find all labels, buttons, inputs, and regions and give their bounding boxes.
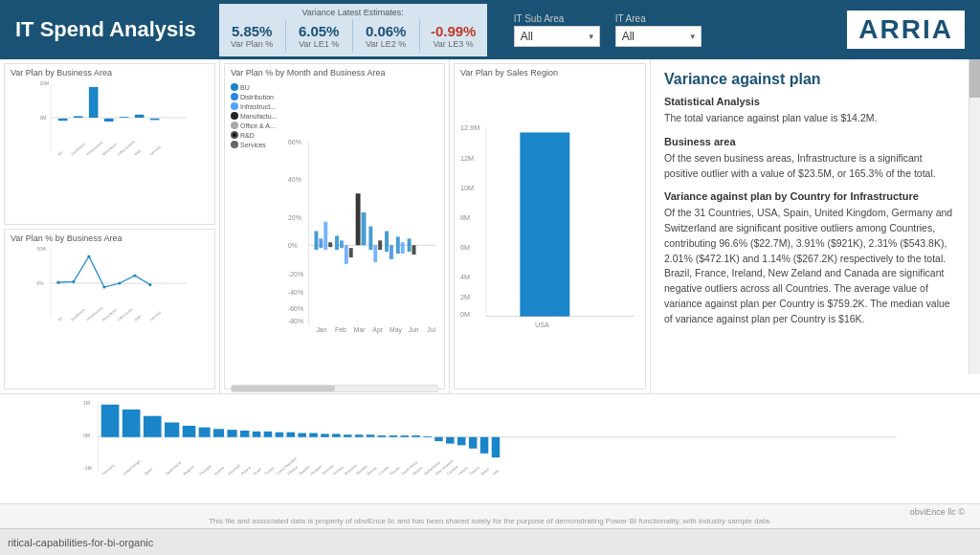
svg-text:BU: BU [57, 315, 64, 321]
svg-text:Distribution: Distribution [71, 143, 86, 156]
svg-rect-113 [423, 436, 432, 437]
svg-point-22 [56, 280, 59, 283]
svg-rect-104 [321, 433, 329, 436]
legend-infra: Infrastruct... [240, 103, 276, 110]
var-plan-business-title: Var Plan by Business Area [11, 68, 209, 78]
variance-country-label: Variance against plan by Country for Inf… [664, 190, 953, 202]
svg-text:Feb: Feb [335, 326, 346, 333]
svg-rect-60 [390, 245, 393, 259]
svg-rect-93 [183, 426, 196, 437]
svg-rect-7 [104, 119, 114, 122]
svg-rect-82 [520, 132, 569, 316]
narrative-panel: Variance against plan Statistical Analys… [651, 59, 980, 393]
svg-text:Bosnia: Bosnia [367, 465, 378, 476]
svg-rect-114 [434, 437, 443, 441]
filter-label-sub-area: IT Sub Area [514, 13, 565, 24]
svg-text:-20%: -20% [288, 271, 303, 278]
footer-company: obviEnce llc © [910, 507, 965, 517]
app-title: IT Spend Analysis [15, 17, 196, 42]
svg-rect-53 [349, 248, 353, 257]
center-panel: Var Plan % by Month and Business Area BU… [220, 59, 450, 393]
svg-rect-51 [340, 240, 344, 248]
variance-country-text: Of the 31 Countries, USA, Spain, United … [664, 206, 953, 326]
filter-it-area: IT Area All [615, 13, 702, 47]
svg-rect-119 [492, 437, 501, 457]
svg-text:Services: Services [149, 310, 162, 322]
it-sub-area-select[interactable]: All [514, 26, 600, 47]
svg-text:0M: 0M [460, 310, 470, 319]
svg-text:Poland: Poland [240, 466, 252, 477]
svg-rect-59 [385, 232, 389, 253]
it-area-select-wrapper[interactable]: All [615, 26, 702, 47]
svg-rect-63 [408, 238, 412, 252]
svg-text:R&D: R&D [134, 148, 143, 156]
legend-office: Office & A... [240, 122, 276, 129]
svg-text:4M: 4M [460, 273, 470, 281]
svg-text:2M: 2M [460, 293, 470, 301]
svg-point-24 [87, 255, 90, 257]
svg-rect-9 [135, 115, 145, 118]
svg-rect-91 [144, 416, 162, 437]
svg-text:Distribution: Distribution [71, 307, 86, 321]
svg-text:France: France [469, 466, 480, 477]
it-area-select[interactable]: All [615, 26, 702, 47]
svg-rect-112 [412, 435, 420, 437]
sales-region-panel: Var Plan by Sales Region 12.9M 12M 10M 8… [450, 59, 651, 393]
svg-text:Ireland: Ireland [457, 466, 469, 477]
narrative-scrollbar-thumb [969, 59, 980, 98]
variance-stats-row: 5.85% Var Plan % 6.05% Var LE1 % 0.06% V… [219, 19, 487, 53]
stat-le2: 0.06% Var LE2 % [353, 19, 420, 53]
svg-text:Brazil: Brazil [480, 467, 490, 476]
stat-label-2: Var LE2 % [366, 39, 406, 49]
svg-text:Portugal: Portugal [199, 464, 212, 476]
svg-rect-97 [240, 431, 249, 437]
svg-rect-94 [199, 428, 211, 437]
variance-header-label: Variance Latest Estimates: [219, 8, 487, 19]
month-chart-scrollbar[interactable] [231, 385, 438, 392]
month-chart-svg: 60% 40% 20% 0% -20% -40% -60% -80% [288, 79, 438, 383]
statistical-analysis-label: Statistical Analysis [664, 96, 953, 107]
narrative-scrollbar-track[interactable] [969, 59, 980, 374]
svg-rect-99 [264, 432, 273, 437]
svg-point-23 [72, 279, 75, 282]
svg-rect-89 [101, 405, 120, 437]
var-plan-month-title: Var Plan % by Month and Business Area [231, 68, 438, 78]
var-plan-bar-svg: 20M 0M [11, 79, 209, 156]
svg-rect-90 [122, 410, 141, 437]
svg-rect-108 [367, 434, 375, 437]
svg-point-26 [118, 281, 121, 284]
svg-text:0M: 0M [83, 433, 90, 438]
svg-text:Sweden: Sweden [299, 465, 311, 477]
svg-text:Israel: Israel [253, 467, 262, 476]
left-panel: Var Plan by Business Area 20M 0M [0, 59, 220, 393]
svg-text:1M: 1M [83, 400, 90, 406]
svg-rect-95 [213, 429, 224, 437]
svg-text:Apr: Apr [372, 326, 383, 334]
var-plan-sales-chart: Var Plan by Sales Region 12.9M 12M 10M 8… [454, 63, 646, 389]
svg-text:6M: 6M [460, 243, 470, 252]
svg-text:Italy: Italy [492, 469, 500, 477]
month-chart-legend: BU Distribution Infrastruct... Manufactu… [231, 79, 288, 383]
stat-le3: -0.99% Var LE3 % [420, 19, 487, 53]
svg-text:Office & Ad...: Office & Ad... [117, 305, 135, 321]
svg-rect-117 [469, 437, 478, 449]
narrative-title: Variance against plan [664, 71, 953, 88]
legend-mfg: Manufactu... [240, 113, 278, 120]
svg-text:12.9M: 12.9M [460, 123, 479, 132]
browser-tab-bar: ritical-capabilities-for-bi-organic [0, 528, 980, 555]
variance-stats-block: Variance Latest Estimates: 5.85% Var Pla… [219, 4, 487, 56]
svg-rect-10 [150, 119, 160, 121]
svg-rect-6 [89, 87, 99, 118]
svg-text:Switzerland: Switzerland [165, 461, 182, 477]
filter-it-sub-area: IT Sub Area All [514, 13, 600, 47]
svg-text:Jul: Jul [427, 326, 435, 333]
it-sub-area-select-wrapper[interactable]: All [514, 26, 600, 47]
svg-text:-1M: -1M [83, 465, 92, 471]
svg-text:-80%: -80% [288, 318, 303, 324]
svg-rect-64 [412, 245, 416, 255]
country-bar-chart-container: 1M 0M -1M [0, 393, 980, 503]
browser-tab-label: ritical-capabilities-for-bi-organic [8, 537, 153, 548]
statistical-analysis-text: The total variance against plan value is… [664, 111, 953, 126]
svg-text:R&D: R&D [134, 314, 143, 322]
svg-text:Norway: Norway [332, 465, 345, 476]
